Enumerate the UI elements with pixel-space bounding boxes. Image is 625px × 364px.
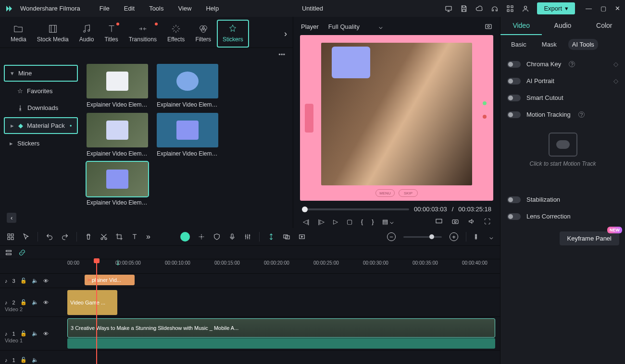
display-icon[interactable] (435, 218, 443, 225)
undo-icon[interactable] (46, 233, 53, 241)
diamond-icon[interactable]: ◇ (613, 77, 618, 85)
lock-icon[interactable]: 🔓 (20, 278, 27, 284)
render-icon[interactable] (298, 233, 306, 241)
scrub-bar[interactable] (302, 208, 409, 210)
visibility-icon[interactable]: 👁 (43, 278, 49, 284)
sticker-overlay[interactable] (332, 47, 370, 78)
timeline-ruler[interactable]: ↓ 00:00 00:00:05:00 00:00:10:00 00:00:15… (0, 259, 500, 274)
zoom-slider[interactable] (403, 236, 442, 238)
volume-icon[interactable] (468, 218, 475, 225)
library-more-icon[interactable]: ••• (271, 48, 293, 61)
lock-icon[interactable]: 🔓 (20, 357, 27, 363)
overlap-icon[interactable] (283, 233, 290, 241)
clip-video-game[interactable]: Video Game ... (67, 290, 117, 315)
sidebar-item-mine[interactable]: ▾Mine (4, 65, 78, 82)
asset-thumb[interactable]: Explainer Video Eleme... (87, 113, 148, 157)
export-button[interactable]: Export ▾ (537, 2, 575, 14)
clip-main-audio-waveform[interactable] (67, 338, 495, 349)
tab-effects[interactable]: Effects (162, 21, 189, 47)
track-view-icon[interactable] (474, 233, 482, 241)
subtab-ai-tools[interactable]: AI Tools (568, 39, 598, 50)
camera-icon[interactable] (451, 218, 459, 225)
crop-icon[interactable] (115, 233, 123, 241)
motion-track-target-icon[interactable] (549, 133, 577, 157)
row-ai-portrait[interactable]: AI Portrait◇ (505, 73, 620, 89)
mute-icon[interactable]: 🔈 (32, 330, 38, 337)
play-button[interactable]: ▷ (333, 218, 338, 225)
tab-stickers[interactable]: Stickers (217, 20, 249, 48)
zoom-out-button[interactable]: − (387, 232, 396, 241)
save-icon[interactable] (460, 5, 468, 12)
subtab-basic[interactable]: Basic (507, 39, 530, 50)
clip-explainer[interactable]: ✂plainer Vid... (85, 275, 135, 285)
marker-icon[interactable] (267, 233, 275, 241)
row-chroma-key[interactable]: Chroma Key?◇ (505, 56, 620, 73)
visibility-icon[interactable]: 👁 (43, 300, 49, 305)
toggle[interactable] (507, 196, 521, 203)
visibility-icon[interactable]: 👁 (43, 331, 49, 337)
next-frame-button[interactable]: |▷ (318, 218, 324, 225)
row-lens-correction[interactable]: Lens Correction (505, 208, 620, 225)
menu-file[interactable]: File (97, 4, 112, 13)
playhead[interactable] (96, 259, 97, 364)
link-icon[interactable] (18, 249, 26, 256)
mute-icon[interactable]: 🔈 (32, 299, 38, 305)
tab-audio[interactable]: Audio (542, 17, 583, 35)
mute-icon[interactable]: 🔈 (32, 357, 38, 363)
sidebar-item-downloads[interactable]: ⭳Downloads (4, 100, 78, 115)
asset-thumb[interactable]: Explainer Video Eleme... (157, 64, 218, 108)
subtab-mask[interactable]: Mask (538, 39, 561, 50)
sidebar-item-favorites[interactable]: ☆Favorites (4, 84, 78, 98)
shield-icon[interactable] (213, 233, 221, 241)
mic-icon[interactable] (228, 233, 236, 241)
timeline-settings-icon[interactable] (5, 249, 12, 256)
tab-color[interactable]: Color (584, 17, 625, 35)
maximize-button[interactable]: ▢ (600, 5, 606, 12)
tab-audio[interactable]: Audio (75, 21, 99, 47)
menu-edit[interactable]: Edit (121, 4, 138, 13)
toggle[interactable] (507, 213, 521, 220)
menu-view[interactable]: View (175, 4, 194, 13)
info-icon[interactable]: ? (578, 111, 585, 118)
minimize-button[interactable]: — (586, 5, 592, 12)
tab-stock-media[interactable]: Stock Media (32, 21, 74, 47)
headphones-icon[interactable] (491, 5, 499, 12)
snapshot-icon[interactable] (485, 23, 492, 30)
delete-icon[interactable] (85, 233, 92, 241)
face-icon[interactable] (180, 232, 190, 242)
more-tools-icon[interactable]: » (146, 232, 150, 241)
mixer-icon[interactable] (244, 233, 251, 241)
diamond-icon[interactable]: ◇ (613, 61, 618, 68)
info-icon[interactable]: ? (569, 61, 575, 67)
desktop-icon[interactable] (445, 5, 452, 12)
tab-transitions[interactable]: Transitions (124, 21, 162, 47)
lock-icon[interactable]: 🔓 (20, 330, 27, 337)
asset-thumb-selected[interactable]: Explainer Video Eleme... (87, 162, 148, 206)
preview-viewport[interactable]: MENU SKIP (300, 35, 493, 201)
apps-icon[interactable] (506, 5, 514, 12)
toggle[interactable] (507, 61, 521, 68)
menu-help[interactable]: Help (203, 4, 222, 13)
asset-thumb[interactable]: Explainer Video Eleme... (157, 113, 218, 157)
fullscreen-button[interactable]: ⛶ (484, 218, 490, 225)
row-stabilization[interactable]: Stabilization (505, 191, 620, 208)
sidebar-item-stickers[interactable]: ▸Stickers (4, 136, 78, 151)
chevron-down-icon[interactable]: ⌵ (489, 233, 493, 241)
toggle[interactable] (507, 95, 521, 101)
clip-main-video[interactable]: 3 Creative Ways to Make a Stunning Slide… (67, 318, 495, 338)
grid-icon[interactable] (7, 233, 14, 241)
user-icon[interactable] (522, 5, 529, 12)
row-smart-cutout[interactable]: Smart Cutout (505, 89, 620, 106)
cut-icon[interactable] (100, 233, 108, 241)
cursor-icon[interactable] (22, 233, 30, 241)
keyframe-panel-button[interactable]: Keyframe Panel (560, 231, 620, 245)
asset-thumb[interactable]: Explainer Video Eleme... (87, 64, 148, 108)
row-motion-tracking[interactable]: Motion Tracking? (505, 106, 620, 123)
text-icon[interactable] (131, 233, 138, 241)
cloud-icon[interactable] (475, 5, 483, 12)
tab-titles[interactable]: Titles (100, 21, 123, 47)
zoom-in-button[interactable]: + (450, 232, 458, 241)
tab-media[interactable]: Media (6, 21, 31, 47)
sparkle-icon[interactable] (198, 233, 205, 241)
toggle[interactable] (507, 111, 521, 118)
